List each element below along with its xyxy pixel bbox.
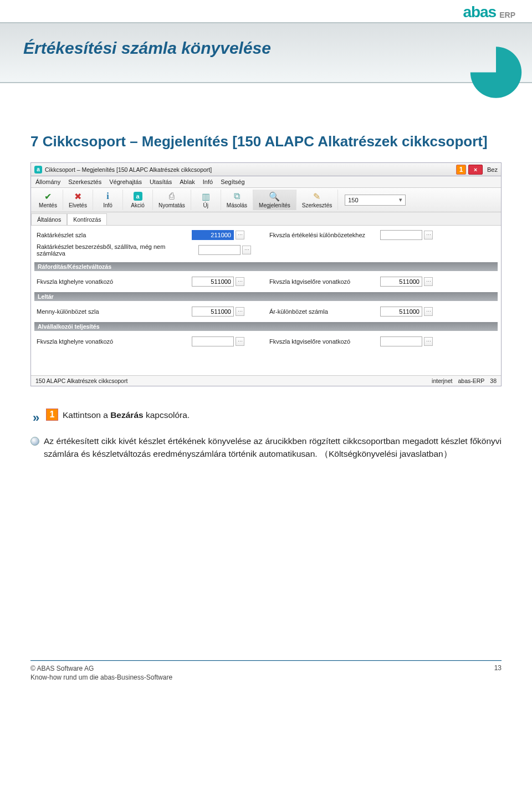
tagline: Know-how rund um die abas-Business-Softw… bbox=[30, 673, 172, 682]
menu-item[interactable]: Utasítás bbox=[150, 178, 172, 185]
menu-item[interactable]: Állomány bbox=[35, 178, 60, 185]
brand-logo-text: abas bbox=[463, 3, 496, 21]
menu-item[interactable]: Segítség bbox=[221, 178, 244, 185]
new-button[interactable]: ▥Új bbox=[191, 190, 221, 210]
copy-button[interactable]: ⧉Másolás bbox=[221, 190, 253, 210]
close-button[interactable]: × bbox=[468, 165, 483, 175]
status-seg: 38 bbox=[490, 377, 497, 384]
stock-account-input[interactable] bbox=[192, 230, 234, 240]
subcon-costcenter-input[interactable] bbox=[192, 336, 234, 346]
instruction-text: Az értékesített cikk kivét készlet érték… bbox=[44, 435, 502, 461]
lookup-icon[interactable]: ⋯ bbox=[424, 307, 433, 316]
printer-icon: ⎙ bbox=[169, 191, 175, 201]
stock-purchase-input[interactable] bbox=[198, 245, 241, 255]
instruction-line-2: Az értékesített cikk kivét készlet érték… bbox=[30, 435, 502, 461]
section-header: Alvállalkozói teljesítés bbox=[34, 322, 498, 331]
action-button[interactable]: aAkció bbox=[123, 190, 153, 210]
window-title-text: Cikkcsoport – Megjelenítés [150 ALAPC Al… bbox=[45, 166, 212, 173]
status-seg: abas-ERP bbox=[458, 377, 484, 384]
costcarrier-input[interactable] bbox=[380, 277, 422, 287]
pencil-icon: ✎ bbox=[313, 191, 320, 201]
subcon-costcarrier-input[interactable] bbox=[380, 336, 422, 346]
field-label: Fkvszla ktghelyre vonatkozó bbox=[37, 338, 192, 345]
lookup-icon[interactable]: ⋯ bbox=[424, 231, 433, 239]
field-label: Fkvszla ktgviselőre vonatkozó bbox=[269, 278, 380, 285]
edit-button[interactable]: ✎Szerkesztés bbox=[296, 190, 338, 210]
section-header: Leltár bbox=[34, 292, 498, 301]
window-titlebar: a Cikkcsoport – Megjelenítés [150 ALAPC … bbox=[31, 163, 501, 176]
status-left: 150 ALAPC Alkatrészek cikkcsoport bbox=[35, 377, 127, 384]
menu-item[interactable]: Szerkesztés bbox=[68, 178, 101, 185]
chevron-down-icon: ▾ bbox=[399, 196, 402, 203]
section-header: Ráfordítás/Készletváltozás bbox=[34, 262, 498, 271]
valuation-diff-input[interactable] bbox=[380, 230, 422, 240]
magnifier-icon: 🔍 bbox=[269, 191, 280, 201]
info-icon: i bbox=[106, 191, 109, 201]
status-bar: 150 ALAPC Alkatrészek cikkcsoport interj… bbox=[31, 375, 501, 386]
menu-item[interactable]: Infó bbox=[203, 178, 213, 185]
tab-general[interactable]: Általános bbox=[31, 213, 67, 225]
app-icon: a bbox=[34, 166, 42, 174]
field-label: Fkvszla értékelési különbözetekhez bbox=[269, 232, 380, 238]
tabs: Általános Kontírozás bbox=[31, 212, 501, 226]
menu-item[interactable]: Végrehajtás bbox=[109, 178, 142, 185]
field-label: Ár-különbözet számla bbox=[269, 308, 380, 315]
banner: Értékesítési számla könyvelése bbox=[0, 22, 532, 111]
page-number: 13 bbox=[494, 664, 502, 683]
copy-icon: ⧉ bbox=[234, 191, 240, 201]
field-label: Fkvszla ktgviselőre vonatkozó bbox=[269, 338, 380, 345]
page-title: Értékesítési számla könyvelése bbox=[23, 39, 271, 58]
menu-item[interactable]: Ablak bbox=[180, 178, 195, 185]
callout-badge-1: 1 bbox=[46, 409, 58, 421]
instruction-text: kapcsolóra. bbox=[144, 410, 190, 420]
app-window: a Cikkcsoport – Megjelenítés [150 ALAPC … bbox=[30, 162, 502, 386]
lookup-icon[interactable]: ⋯ bbox=[236, 231, 244, 239]
instruction-line-1: » 1 Kattintson a Bezárás kapcsolóra. bbox=[30, 409, 502, 427]
lookup-icon[interactable]: ⋯ bbox=[236, 277, 244, 286]
toolbar: ✔Mentés ✖Elvetés iInfó aAkció ⎙Nyomtatás… bbox=[31, 188, 501, 212]
brand-mark-icon bbox=[466, 39, 526, 100]
x-icon: ✖ bbox=[74, 191, 81, 201]
action-icon: a bbox=[134, 191, 142, 201]
lookup-icon[interactable]: ⋯ bbox=[236, 337, 244, 346]
brand-sub: ERP bbox=[499, 11, 515, 19]
lookup-icon[interactable]: ⋯ bbox=[242, 246, 251, 254]
print-button[interactable]: ⎙Nyomtatás bbox=[153, 190, 191, 210]
field-label: Fkvszla ktghelyre vonatkozó bbox=[37, 278, 192, 285]
check-icon: ✔ bbox=[44, 191, 52, 201]
top-logo: abas ERP bbox=[0, 0, 532, 22]
section-heading: 7 Cikkcsoport – Megjelenítés [150 ALAPC … bbox=[30, 133, 502, 150]
copyright: © ABAS Software AG bbox=[30, 664, 172, 673]
instruction-bold: Bezárás bbox=[110, 410, 143, 420]
view-button[interactable]: 🔍Megjelenítés bbox=[253, 190, 296, 210]
tab-accounting[interactable]: Kontírozás bbox=[67, 213, 107, 225]
callout-badge-1: 1 bbox=[456, 165, 466, 175]
discard-button[interactable]: ✖Elvetés bbox=[63, 190, 93, 210]
bez-label: Bez bbox=[485, 166, 498, 173]
document-icon: ▥ bbox=[202, 191, 210, 201]
form-body: Raktárkészlet szla ⋯ Fkvszla értékelési … bbox=[31, 226, 501, 375]
info-button[interactable]: iInfó bbox=[93, 190, 123, 210]
status-seg: interjnet bbox=[432, 377, 452, 384]
field-label: Menny-különbözet szla bbox=[37, 308, 192, 315]
bullet-icon bbox=[30, 437, 39, 446]
quick-search-dropdown[interactable]: 150▾ bbox=[345, 195, 406, 206]
lookup-icon[interactable]: ⋯ bbox=[424, 337, 433, 346]
costcenter-input[interactable] bbox=[192, 277, 234, 287]
menu-bar: Állomány Szerkesztés Végrehajtás Utasítá… bbox=[31, 176, 501, 188]
lookup-icon[interactable]: ⋯ bbox=[236, 307, 244, 316]
footer: © ABAS Software AG Know-how rund um die … bbox=[0, 661, 532, 693]
qty-diff-input[interactable] bbox=[192, 307, 234, 317]
instruction-text: Kattintson a bbox=[63, 410, 110, 420]
save-button[interactable]: ✔Mentés bbox=[33, 190, 63, 210]
field-label: Raktárkészlet szla bbox=[37, 232, 192, 238]
arrow-icon: » bbox=[30, 409, 42, 427]
field-label: Raktárkészlet beszerzésből, szállítva, m… bbox=[37, 243, 192, 257]
lookup-icon[interactable]: ⋯ bbox=[424, 277, 433, 286]
price-diff-input[interactable] bbox=[380, 307, 422, 317]
